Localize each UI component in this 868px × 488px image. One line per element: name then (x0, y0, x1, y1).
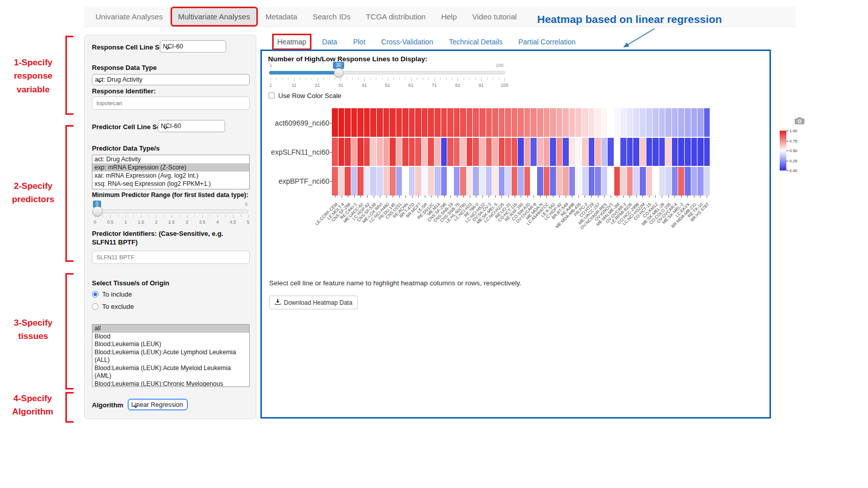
heatmap-cell[interactable] (550, 167, 557, 196)
heatmap-cell[interactable] (492, 167, 499, 196)
heatmap-cell[interactable] (640, 167, 646, 196)
heatmap-cell[interactable] (415, 167, 422, 196)
heatmap-cell[interactable] (486, 167, 493, 196)
heatmap-cell[interactable] (653, 167, 659, 196)
heatmap-cell[interactable] (704, 167, 710, 196)
response-data-type-select[interactable]: act: Drug Activity (92, 74, 250, 85)
download-heatmap-button[interactable]: Download Heatmap Data (269, 296, 358, 309)
predictor-data-type-option[interactable]: xai: mRNA Expression (Avg. log2 Int.) (92, 172, 249, 180)
heatmap-cell[interactable] (428, 108, 435, 137)
heatmap-cell[interactable] (422, 138, 428, 166)
heatmap-cell[interactable] (665, 167, 672, 196)
heatmap-cell[interactable] (640, 138, 646, 166)
tissue-option[interactable]: Blood (92, 333, 249, 341)
heatmap-cell[interactable] (396, 108, 403, 137)
heatmap-cell[interactable] (614, 108, 621, 137)
heatmap-cell[interactable] (659, 138, 666, 166)
heatmap-cell[interactable] (402, 108, 409, 137)
heatmap-cell[interactable] (505, 167, 512, 196)
heatmap-cell[interactable] (370, 167, 377, 196)
heatmap-cell[interactable] (518, 138, 524, 166)
heatmap-cell[interactable] (486, 138, 493, 166)
heatmap-cell[interactable] (409, 167, 416, 196)
heatmap-cell[interactable] (486, 108, 493, 137)
heatmap-cell[interactable] (544, 108, 550, 137)
heatmap-cell[interactable] (351, 138, 358, 166)
tab-partial-correlation[interactable]: Partial Correlation (515, 36, 578, 48)
heatmap-cell[interactable] (499, 108, 505, 137)
predictor-data-type-option[interactable]: xsq: RNA-seq Expression (log2 FPKM+1.) (92, 180, 249, 188)
heatmap-row-label[interactable]: expSLFN11_nci60 (263, 148, 329, 156)
heatmap-cell[interactable] (422, 108, 428, 137)
heatmap-cell[interactable] (685, 138, 691, 166)
heatmap-cell[interactable] (454, 108, 461, 137)
heatmap-cell[interactable] (537, 138, 544, 166)
heatmap-cell[interactable] (409, 108, 416, 137)
tab-technical-details[interactable]: Technical Details (446, 36, 505, 48)
heatmap-cell[interactable] (524, 167, 531, 196)
heatmap-cell[interactable] (646, 138, 653, 166)
heatmap-cell[interactable] (653, 108, 659, 137)
heatmap-cell[interactable] (569, 108, 576, 137)
heatmap-cell[interactable] (518, 108, 524, 137)
heatmap-cell[interactable] (351, 167, 358, 196)
heatmap-cell[interactable] (620, 167, 627, 196)
heatmap-cell[interactable] (364, 167, 371, 196)
heatmap-cell[interactable] (569, 138, 576, 166)
heatmap-cell[interactable] (589, 167, 595, 196)
heatmap-cell[interactable] (697, 108, 704, 137)
heatmap-cell[interactable] (357, 167, 364, 196)
heatmap-cell[interactable] (435, 167, 441, 196)
heatmap-cell[interactable] (377, 138, 383, 166)
response-identifier-input[interactable] (92, 96, 250, 110)
tissue-option[interactable]: Blood:Leukemia (LEUK):Acute Myeloid Leuk… (92, 364, 249, 380)
nav-item-tcga-distribution[interactable]: TCGA distribution (359, 8, 432, 25)
heatmap-row-label[interactable]: act609699_nci60 (263, 119, 329, 127)
heatmap-cell[interactable] (473, 138, 479, 166)
heatmap-cell[interactable] (364, 138, 371, 166)
predictor-identifiers-input[interactable] (92, 251, 250, 264)
heatmap-cell[interactable] (441, 138, 448, 166)
heatmap-cell[interactable] (492, 138, 499, 166)
heatmap-cell[interactable] (396, 138, 403, 166)
heatmap-cell[interactable] (550, 138, 557, 166)
heatmap-cell[interactable] (627, 138, 634, 166)
heatmap-cell[interactable] (492, 108, 499, 137)
heatmap-cell[interactable] (627, 108, 634, 137)
heatmap-cell[interactable] (383, 108, 390, 137)
heatmap-cell[interactable] (672, 108, 679, 137)
heatmap-cell[interactable] (685, 167, 691, 196)
heatmap-cell[interactable] (627, 167, 634, 196)
predictor-data-types-listbox[interactable]: act: Drug Activityexp: mRNA Expression (… (92, 155, 250, 189)
heatmap-cell[interactable] (665, 138, 672, 166)
heatmap-cell[interactable] (447, 108, 454, 137)
heatmap-cell[interactable] (672, 167, 679, 196)
heatmap-cell[interactable] (479, 108, 486, 137)
heatmap-cell[interactable] (479, 138, 486, 166)
heatmap-cell[interactable] (557, 108, 563, 137)
heatmap-cell[interactable] (646, 167, 653, 196)
heatmap-cell[interactable] (339, 167, 345, 196)
heatmap-cell[interactable] (460, 167, 467, 196)
row-color-scale-checkbox[interactable] (269, 92, 275, 99)
heatmap-cell[interactable] (672, 138, 679, 166)
heatmap-cell[interactable] (377, 167, 383, 196)
heatmap-cell[interactable] (428, 138, 435, 166)
heatmap-cell[interactable] (357, 108, 364, 137)
tissue-listbox[interactable]: allBloodBlood:Leukemia (LEUK)Blood:Leuke… (92, 324, 250, 387)
heatmap-cell[interactable] (557, 167, 563, 196)
heatmap-cell[interactable] (640, 108, 646, 137)
heatmap-cell[interactable] (531, 138, 537, 166)
heatmap-cell[interactable] (447, 167, 454, 196)
heatmap-cell[interactable] (505, 108, 512, 137)
heatmap-cell[interactable] (370, 138, 377, 166)
heatmap-cell[interactable] (544, 138, 550, 166)
heatmap-cell[interactable] (608, 167, 614, 196)
heatmap-cell[interactable] (614, 167, 621, 196)
tissue-option[interactable]: all (92, 325, 249, 333)
heatmap-cell[interactable] (499, 167, 505, 196)
heatmap-cell[interactable] (589, 108, 595, 137)
heatmap-cell[interactable] (415, 108, 422, 137)
nav-item-metadata[interactable]: Metadata (259, 8, 304, 25)
heatmap-cell[interactable] (332, 108, 339, 137)
